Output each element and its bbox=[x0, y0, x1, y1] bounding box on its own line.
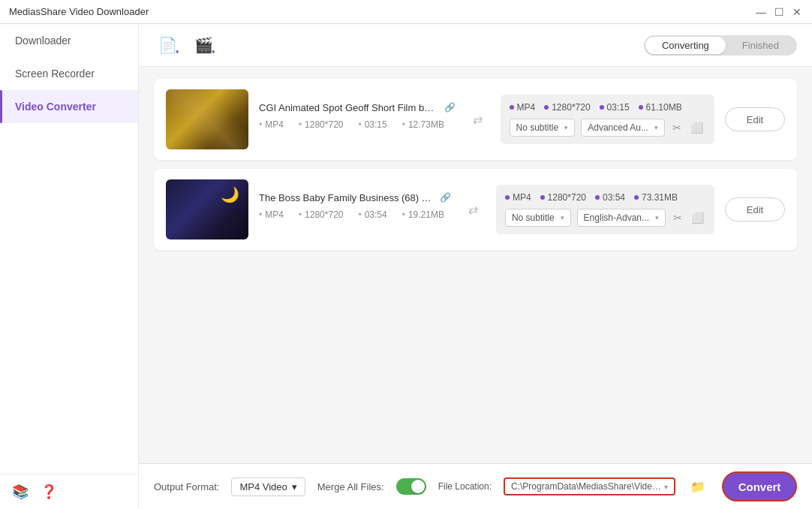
source-duration-2: • 03:54 bbox=[358, 209, 386, 220]
source-duration-1: • 03:15 bbox=[358, 119, 386, 130]
output-config-top-1: MP4 1280*720 03:15 61.10MB bbox=[510, 102, 706, 113]
source-resolution-2: • 1280*720 bbox=[299, 209, 344, 220]
add-file-chevron: ▾ bbox=[176, 48, 179, 56]
app-body: Downloader Screen Recorder Video Convert… bbox=[0, 24, 812, 509]
sidebar-item-downloader[interactable]: Downloader bbox=[0, 24, 138, 57]
output-config-bottom-1: No subtitle ▾ Advanced Au... ▾ ✂ ⬜ bbox=[510, 119, 706, 137]
output-format-1: MP4 bbox=[510, 102, 536, 113]
format-dropdown-chevron: ▾ bbox=[292, 481, 297, 492]
output-duration-2: 03:54 bbox=[595, 192, 625, 203]
video-card-2: The Boss Baby Family Business (68) Toget… bbox=[154, 169, 797, 250]
video-title-1: CGI Animated Spot Geoff Short Film by As… bbox=[259, 102, 438, 113]
output-resolution-2: 1280*720 bbox=[540, 192, 586, 203]
book-icon-button[interactable]: 📚 bbox=[12, 483, 29, 500]
add-file-icon: 📄 bbox=[158, 36, 177, 54]
video-thumb-2 bbox=[166, 179, 248, 239]
screen-record-chevron: ▾ bbox=[212, 48, 215, 56]
source-format-2: • MP4 bbox=[259, 209, 284, 220]
video-meta-row-1: • MP4 • 1280*720 • 03:15 • bbox=[259, 119, 456, 130]
output-config-1: MP4 1280*720 03:15 61.10MB bbox=[501, 95, 715, 144]
format-dropdown[interactable]: MP4 Video ▾ bbox=[231, 477, 305, 496]
shuffle-button-1[interactable]: ⇄ bbox=[466, 113, 490, 127]
minimize-button[interactable]: — bbox=[755, 6, 767, 18]
maximize-button[interactable]: ☐ bbox=[773, 6, 785, 18]
video-title-row-1: CGI Animated Spot Geoff Short Film by As… bbox=[259, 102, 456, 113]
sidebar-item-screen-recorder[interactable]: Screen Recorder bbox=[0, 57, 138, 90]
window-controls: — ☐ ✕ bbox=[755, 6, 803, 18]
close-button[interactable]: ✕ bbox=[791, 6, 803, 18]
subtitle-dropdown-1[interactable]: No subtitle ▾ bbox=[510, 119, 576, 137]
sidebar-item-video-converter[interactable]: Video Converter bbox=[0, 90, 138, 123]
video-title-row-2: The Boss Baby Family Business (68) Toget… bbox=[259, 192, 451, 203]
shuffle-button-2[interactable]: ⇄ bbox=[462, 203, 486, 217]
add-file-button[interactable]: 📄 ▾ bbox=[154, 32, 181, 59]
video-card-1: CGI Animated Spot Geoff Short Film by As… bbox=[154, 79, 797, 160]
convert-tabs: Converting Finished bbox=[644, 35, 797, 56]
file-location-chevron: ▾ bbox=[664, 483, 668, 491]
main-content: 📄 ▾ 🎬 ▾ Converting Finished CGI Animated… bbox=[139, 24, 812, 509]
toolbar: 📄 ▾ 🎬 ▾ Converting Finished bbox=[139, 24, 812, 67]
output-resolution-1: 1280*720 bbox=[544, 102, 590, 113]
title-bar: MediasShare Video Downloader — ☐ ✕ bbox=[0, 0, 812, 24]
file-location-input[interactable]: C:\ProgramData\MediasShare\Video Downloa… bbox=[504, 477, 675, 495]
file-location-label: File Location: bbox=[438, 481, 492, 492]
cut-icon-1[interactable]: ✂ bbox=[671, 120, 683, 135]
subtitle-chevron-2: ▾ bbox=[561, 214, 564, 221]
subtitle-chevron-1: ▾ bbox=[564, 124, 568, 131]
video-title-2: The Boss Baby Family Business (68) Toget… bbox=[259, 192, 434, 203]
convert-button[interactable]: Convert bbox=[722, 471, 797, 501]
crop-icon-2[interactable]: ⬜ bbox=[690, 210, 705, 225]
video-thumb-1 bbox=[166, 89, 248, 149]
output-size-2: 73.31MB bbox=[634, 192, 678, 203]
video-meta-row-2: • MP4 • 1280*720 • 03:54 • bbox=[259, 209, 451, 220]
source-size-1: • 12.73MB bbox=[402, 119, 444, 130]
screen-record-button[interactable]: 🎬 ▾ bbox=[190, 32, 217, 59]
tab-converting[interactable]: Converting bbox=[645, 37, 726, 54]
advanced-dropdown-1[interactable]: Advanced Au... ▾ bbox=[581, 119, 665, 137]
crop-icon-1[interactable]: ⬜ bbox=[689, 120, 705, 135]
bottom-bar: Output Format: MP4 Video ▾ Merge All Fil… bbox=[139, 463, 812, 509]
edit-button-1[interactable]: Edit bbox=[725, 107, 785, 131]
source-format-1: • MP4 bbox=[259, 119, 284, 130]
output-format-label: Output Format: bbox=[154, 481, 219, 492]
subtitle-dropdown-2[interactable]: No subtitle ▾ bbox=[505, 209, 571, 227]
advanced-dropdown-2[interactable]: English-Advan... ▾ bbox=[577, 209, 666, 227]
advanced-chevron-2: ▾ bbox=[655, 214, 659, 221]
video-info-2: The Boss Baby Family Business (68) Toget… bbox=[259, 192, 451, 227]
output-config-2: MP4 1280*720 03:54 73.31MB bbox=[496, 185, 714, 234]
external-link-icon-1[interactable]: 🔗 bbox=[444, 102, 456, 113]
sidebar-bottom: 📚 ❓ bbox=[0, 474, 138, 509]
merge-label: Merge All Files: bbox=[317, 481, 384, 492]
help-icon-button[interactable]: ❓ bbox=[41, 483, 57, 500]
output-size-1: 61.10MB bbox=[639, 102, 682, 113]
file-location-text: C:\ProgramData\MediasShare\Video Downloa bbox=[511, 481, 661, 492]
output-format-2: MP4 bbox=[505, 192, 531, 203]
output-config-bottom-2: No subtitle ▾ English-Advan... ▾ ✂ ⬜ bbox=[505, 209, 705, 227]
content-area: CGI Animated Spot Geoff Short Film by As… bbox=[139, 67, 812, 463]
screen-record-icon: 🎬 bbox=[194, 36, 213, 54]
output-config-top-2: MP4 1280*720 03:54 73.31MB bbox=[505, 192, 705, 203]
sidebar: Downloader Screen Recorder Video Convert… bbox=[0, 24, 139, 509]
cut-icon-2[interactable]: ✂ bbox=[672, 210, 684, 225]
merge-toggle[interactable] bbox=[396, 478, 426, 495]
output-duration-1: 03:15 bbox=[600, 102, 630, 113]
advanced-chevron-1: ▾ bbox=[654, 124, 658, 131]
source-resolution-1: • 1280*720 bbox=[299, 119, 344, 130]
external-link-icon-2[interactable]: 🔗 bbox=[440, 192, 451, 203]
edit-button-2[interactable]: Edit bbox=[725, 197, 785, 221]
folder-icon[interactable]: 📁 bbox=[690, 480, 705, 494]
tab-finished[interactable]: Finished bbox=[726, 37, 795, 54]
source-size-2: • 19.21MB bbox=[402, 209, 444, 220]
video-info-1: CGI Animated Spot Geoff Short Film by As… bbox=[259, 102, 456, 137]
app-title: MediasShare Video Downloader bbox=[9, 6, 149, 17]
